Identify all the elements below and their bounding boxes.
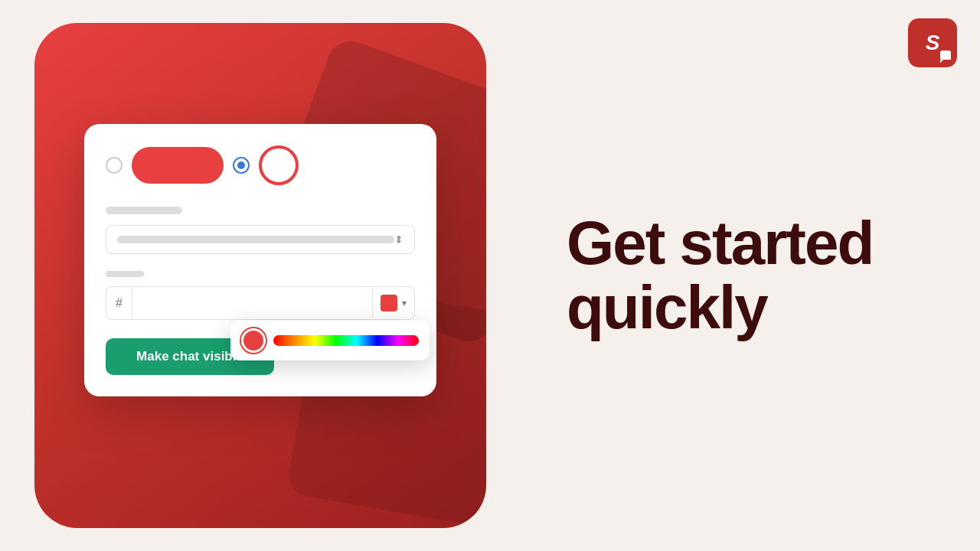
logo-letter: S <box>926 31 940 55</box>
hex-color-input[interactable] <box>132 287 372 319</box>
color-swatch <box>381 295 397 311</box>
label-placeholder-1 <box>106 207 182 214</box>
select-value-placeholder <box>117 236 394 243</box>
logo-container[interactable]: S <box>908 18 957 67</box>
red-card-background: ⬍ # ▾ Make chat visible <box>34 23 486 528</box>
color-picker-popup <box>230 321 430 360</box>
pill-button-decoration <box>132 147 224 184</box>
headline: Get started quickly <box>567 211 873 340</box>
picker-circle-handle[interactable] <box>241 328 266 353</box>
dropdown-select[interactable]: ⬍ <box>106 225 415 254</box>
headline-line-1: Get started <box>567 211 873 276</box>
select-arrow-icon: ⬍ <box>394 233 403 246</box>
swatch-dropdown-arrow-icon: ▾ <box>402 298 407 308</box>
circle-icon-decoration <box>259 145 299 185</box>
radio-button-unchecked[interactable] <box>106 157 122 174</box>
color-swatch-button[interactable]: ▾ <box>372 289 414 318</box>
ui-panel: ⬍ # ▾ Make chat visible <box>84 124 436 396</box>
right-section: Get started quickly <box>521 0 980 551</box>
headline-line-2: quickly <box>567 276 873 340</box>
radio-button-checked[interactable] <box>233 157 250 174</box>
hash-prefix: # <box>106 289 132 318</box>
color-input-row: # ▾ <box>106 286 415 320</box>
left-section: ⬍ # ▾ Make chat visible <box>0 0 521 551</box>
panel-top-row <box>106 145 415 185</box>
logo-chat-bubble-icon <box>940 51 951 60</box>
rainbow-hue-slider[interactable] <box>273 335 419 346</box>
label-placeholder-2 <box>106 271 144 277</box>
